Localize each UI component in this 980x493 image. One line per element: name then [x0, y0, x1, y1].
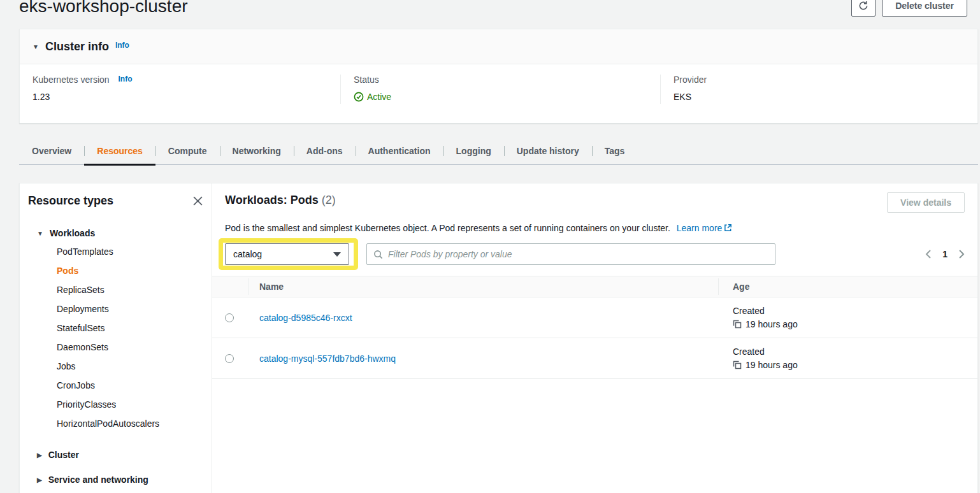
table-row: catalog-d5985c46-rxcxt Created 19 hours …	[212, 297, 977, 338]
header-actions: Delete cluster	[851, 0, 967, 17]
row-radio-button[interactable]	[225, 313, 234, 322]
learn-more-link[interactable]: Learn more	[677, 223, 723, 233]
tab-networking[interactable]: Networking	[220, 139, 294, 164]
provider-value: EKS	[674, 92, 977, 102]
pods-count: (2)	[322, 194, 336, 206]
pods-table: Name Age catalog-d5985c46-rxcxt Created	[212, 276, 977, 379]
previous-page-icon[interactable]	[925, 249, 932, 259]
sidebar-item-pods[interactable]: Pods	[57, 261, 203, 280]
view-details-button[interactable]: View details	[887, 192, 965, 213]
pod-age-cell: Created 19 hours ago	[718, 306, 977, 329]
cluster-info-info-link[interactable]: Info	[115, 41, 129, 50]
sidebar-group-workloads[interactable]: ▼ Workloads	[28, 228, 203, 238]
refresh-button[interactable]	[851, 0, 876, 17]
pod-name-link[interactable]: catalog-mysql-557fdb7bd6-hwxmq	[259, 354, 396, 364]
search-placeholder: Filter Pods by property or value	[388, 249, 512, 259]
pods-content: Workloads: Pods (2) View details Pod is …	[212, 183, 977, 493]
pod-name-link[interactable]: catalog-d5985c46-rxcxt	[259, 313, 352, 323]
page-title: eks-workshop-cluster	[19, 0, 188, 17]
close-icon[interactable]	[193, 196, 203, 206]
status-check-icon	[354, 92, 364, 102]
sidebar-item-statefulsets[interactable]: StatefulSets	[57, 318, 203, 338]
tab-add-ons[interactable]: Add-ons	[294, 139, 356, 164]
filter-row: catalog Filter Pods by property or value	[225, 238, 965, 270]
pagination: 1	[925, 249, 965, 259]
collapse-caret-icon: ▼	[32, 43, 39, 50]
copy-icon[interactable]	[733, 320, 742, 329]
cluster-info-header[interactable]: ▼ Cluster info Info	[20, 29, 977, 64]
cluster-tabs: Overview Resources Compute Networking Ad…	[19, 139, 978, 165]
table-header-row: Name Age	[212, 276, 977, 297]
tab-logging[interactable]: Logging	[443, 139, 504, 164]
pods-section-title: Workloads: Pods (2)	[225, 193, 336, 207]
refresh-icon	[858, 0, 869, 11]
current-page[interactable]: 1	[942, 249, 948, 259]
resource-types-sidebar: Resource types ▼ Workloads PodTemplates …	[20, 183, 212, 493]
cluster-info-title: Cluster info	[45, 40, 109, 54]
kubernetes-version-value: 1.23	[32, 92, 340, 102]
cluster-info-card: ▼ Cluster info Info Kubernetes version I…	[19, 29, 978, 124]
tab-tags[interactable]: Tags	[592, 139, 638, 164]
pod-filter-dropdown[interactable]: catalog	[225, 243, 349, 265]
pods-description: Pod is the smallest and simplest Kuberne…	[225, 222, 965, 234]
tab-overview[interactable]: Overview	[19, 139, 84, 164]
pod-age-cell: Created 19 hours ago	[718, 347, 977, 370]
sidebar-group-cluster[interactable]: ▶ Cluster	[28, 450, 203, 460]
external-link-icon	[724, 224, 732, 232]
kubernetes-version-field: Kubernetes version Info 1.23	[20, 75, 340, 104]
cluster-info-body: Kubernetes version Info 1.23 Status Acti…	[20, 64, 977, 104]
delete-cluster-button[interactable]: Delete cluster	[882, 0, 967, 17]
search-icon	[373, 250, 383, 259]
sidebar-item-podtemplates[interactable]: PodTemplates	[57, 242, 203, 261]
kubernetes-version-info-link[interactable]: Info	[119, 75, 133, 83]
status-field: Status Active	[340, 75, 660, 104]
caret-right-icon: ▶	[37, 452, 42, 459]
tab-compute[interactable]: Compute	[155, 139, 220, 164]
pods-filter-input[interactable]: Filter Pods by property or value	[366, 243, 775, 265]
copy-icon[interactable]	[733, 361, 742, 369]
row-radio-button[interactable]	[225, 354, 234, 363]
status-label: Status	[354, 75, 660, 85]
resources-panel: Resource types ▼ Workloads PodTemplates …	[19, 183, 978, 493]
dropdown-highlight-annotation: catalog	[219, 238, 358, 270]
table-row: catalog-mysql-557fdb7bd6-hwxmq Created 1…	[212, 338, 977, 379]
tab-update-history[interactable]: Update history	[504, 139, 592, 164]
dropdown-selected-value: catalog	[233, 249, 262, 259]
resource-types-title: Resource types	[28, 194, 113, 208]
tab-resources[interactable]: Resources	[84, 139, 155, 164]
sidebar-group-service-and-networking[interactable]: ▶ Service and networking	[28, 475, 203, 485]
column-header-name[interactable]: Name	[249, 282, 718, 292]
provider-label: Provider	[674, 75, 977, 85]
caret-right-icon: ▶	[37, 476, 42, 483]
status-value: Active	[354, 92, 391, 102]
column-header-age[interactable]: Age	[718, 282, 977, 292]
sidebar-item-priorityclasses[interactable]: PriorityClasses	[57, 395, 203, 414]
caret-down-icon: ▼	[37, 230, 43, 237]
sidebar-item-jobs[interactable]: Jobs	[57, 357, 203, 376]
tab-authentication[interactable]: Authentication	[356, 139, 443, 164]
sidebar-item-daemonsets[interactable]: DaemonSets	[57, 338, 203, 357]
chevron-down-icon	[333, 252, 341, 257]
next-page-icon[interactable]	[958, 249, 965, 259]
provider-field: Provider EKS	[660, 75, 977, 104]
sidebar-item-deployments[interactable]: Deployments	[57, 299, 203, 318]
sidebar-item-horizontalpodautoscalers[interactable]: HorizontalPodAutoscalers	[57, 414, 203, 433]
sidebar-item-replicasets[interactable]: ReplicaSets	[57, 280, 203, 299]
kubernetes-version-label: Kubernetes version Info	[32, 75, 340, 85]
sidebar-item-cronjobs[interactable]: CronJobs	[57, 376, 203, 395]
workloads-item-list: PodTemplates Pods ReplicaSets Deployment…	[28, 242, 203, 433]
